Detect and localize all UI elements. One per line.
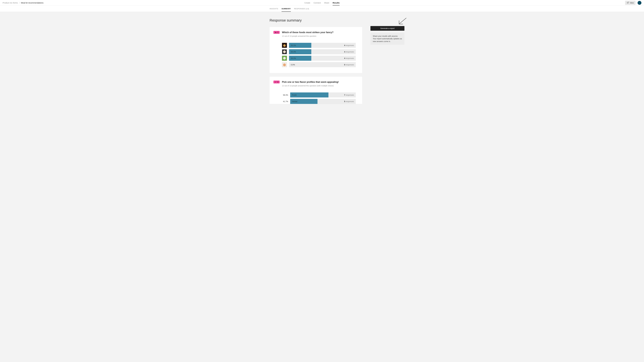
question-title: Pick one or two flavor profiles that see… <box>282 81 339 83</box>
answer-bar: Fresh 7responses <box>290 92 356 98</box>
answer-bar: 0.0% 0responses <box>289 62 356 67</box>
svg-point-1 <box>275 32 276 32</box>
answer-thumbnail <box>282 43 287 48</box>
answer-pct-left: 41.7% <box>282 100 288 103</box>
answer-count: 7responses <box>344 94 354 96</box>
question-number: 2 <box>278 81 278 83</box>
answer-thumbnail <box>282 62 287 67</box>
question-subtitle: 12 out of 13 people answered this questi… <box>282 35 356 37</box>
question-subtitle: 12 out of 13 people answered this questi… <box>282 85 356 87</box>
view-button-label: View <box>630 2 634 4</box>
answer-count: 5responses <box>344 100 354 103</box>
tab-results[interactable]: Results <box>332 0 340 6</box>
avatar[interactable] <box>638 1 642 5</box>
answer-bar: Herbal 5responses <box>290 99 356 104</box>
answer-bar-fill: 0.0% <box>289 62 291 67</box>
breadcrumb-sep: / <box>19 2 20 4</box>
tab-create[interactable]: Create <box>304 0 310 6</box>
check-icon <box>275 81 277 83</box>
answer-row: 58.3% Fresh 7responses <box>282 92 356 98</box>
image-icon <box>275 32 277 33</box>
answer-bar-fill: Herbal <box>290 99 318 104</box>
arrow-cue-icon <box>398 17 407 26</box>
answer-count: 0responses <box>344 64 354 66</box>
answer-bar-fill: 33.3% <box>289 49 311 54</box>
question-badge-check: 2 <box>274 81 280 83</box>
answer-row: 33.3% 4responses <box>282 49 356 54</box>
answer-thumbnail <box>282 56 287 61</box>
breadcrumb-current: Meal kit recommendations <box>21 2 44 4</box>
answer-count: 4responses <box>344 44 354 47</box>
page-title: Response summary <box>270 18 362 23</box>
answer-row: 41.7% Herbal 5responses <box>282 99 356 104</box>
external-link-icon <box>627 2 629 4</box>
question-card-2: 2 Pick one or two flavor profiles that s… <box>270 77 362 104</box>
answer-count: 4responses <box>344 57 354 59</box>
question-card-1: 1 Which of these foods most strikes your… <box>270 27 362 73</box>
report-info-box: Share your results with anyone. Your rep… <box>370 33 404 45</box>
answer-row: 0.0% 0responses <box>282 62 356 67</box>
svg-line-0 <box>628 2 628 3</box>
view-button[interactable]: View <box>625 1 636 5</box>
answer-thumbnail <box>282 49 287 54</box>
subtab-responses[interactable]: RESPONSES [13] <box>294 8 309 12</box>
answer-row: 33.3% 4responses <box>282 43 356 48</box>
main-tabs: Create Connect Share Results <box>304 0 340 6</box>
breadcrumb-parent[interactable]: Product rec forms <box>2 2 18 4</box>
subtab-summary[interactable]: SUMMARY <box>282 8 291 12</box>
question-title: Which of these foods most strikes your f… <box>282 31 334 34</box>
answer-bar-fill: Fresh <box>290 92 328 98</box>
answer-bar: 33.3% 4responses <box>289 49 356 54</box>
answer-row: 33.3% 4responses <box>282 56 356 61</box>
generate-report-button[interactable]: Generate a report <box>370 26 404 31</box>
tab-connect[interactable]: Connect <box>314 0 321 6</box>
answer-bar-fill: 33.3% <box>289 43 311 48</box>
answer-bar-fill: 33.3% <box>289 56 311 61</box>
answer-pct-left: 58.3% <box>282 94 288 96</box>
subtab-insights[interactable]: INSIGHTS <box>270 8 278 12</box>
question-badge-image: 1 <box>274 31 280 34</box>
answer-bar: 33.3% 4responses <box>289 56 356 61</box>
answer-bar: 33.3% 4responses <box>289 43 356 48</box>
question-number: 1 <box>278 32 278 33</box>
answer-count: 4responses <box>344 51 354 53</box>
breadcrumb: Product rec forms / Meal kit recommendat… <box>2 2 44 4</box>
tab-share[interactable]: Share <box>324 0 329 6</box>
